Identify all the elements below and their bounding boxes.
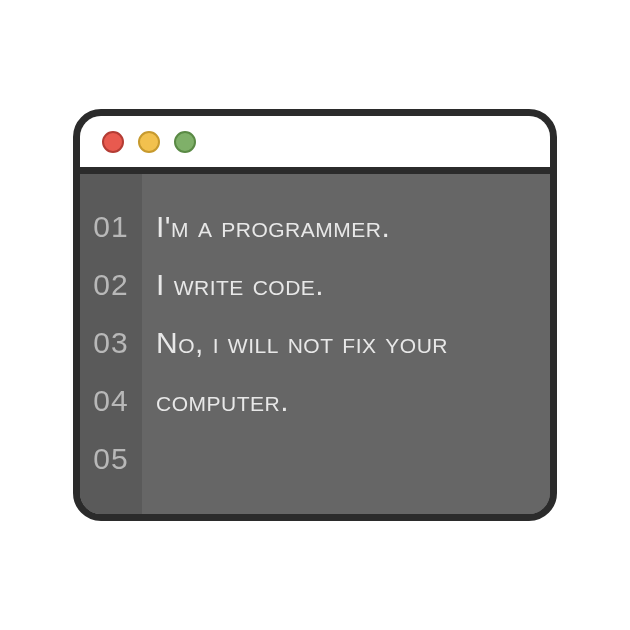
- line-number-gutter: 01 02 03 04 05: [80, 174, 142, 514]
- minimize-icon: [138, 131, 160, 153]
- code-editor-window: 01 02 03 04 05 I'm a programmer. I write…: [73, 109, 557, 521]
- code-line: I write code.: [156, 256, 550, 314]
- code-line: No, i will not fix your: [156, 314, 550, 372]
- editor-body: 01 02 03 04 05 I'm a programmer. I write…: [80, 174, 550, 514]
- maximize-icon: [174, 131, 196, 153]
- close-icon: [102, 131, 124, 153]
- window-titlebar: [80, 116, 550, 174]
- line-number: 04: [80, 372, 142, 430]
- code-line: I'm a programmer.: [156, 198, 550, 256]
- line-number: 05: [80, 430, 142, 488]
- line-number: 02: [80, 256, 142, 314]
- editor-content: I'm a programmer. I write code. No, i wi…: [142, 174, 550, 514]
- code-line: computer.: [156, 372, 550, 430]
- line-number: 01: [80, 198, 142, 256]
- line-number: 03: [80, 314, 142, 372]
